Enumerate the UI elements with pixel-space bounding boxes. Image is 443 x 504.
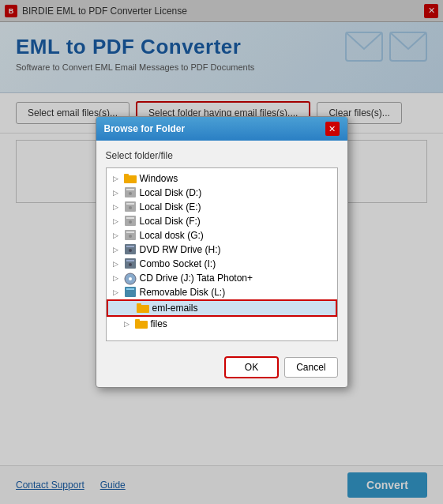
tree-item-dvdDriveH[interactable]: ▷DVD RW Drive (H:) (107, 243, 337, 257)
modal-label: Select folder/file (106, 150, 338, 161)
svg-point-18 (129, 249, 132, 252)
svg-rect-3 (124, 174, 129, 177)
svg-rect-27 (137, 303, 141, 307)
tree-label-files: files (151, 318, 167, 329)
tree-icon-dvdDriveH (124, 244, 137, 255)
modal-title-bar: Browse for Folder ✕ (96, 117, 347, 141)
modal-title-text: Browse for Folder (104, 123, 186, 134)
tree-arrow-localDiskE: ▷ (113, 203, 124, 211)
tree-icon-localDiskE (124, 201, 137, 213)
svg-point-21 (129, 263, 132, 266)
modal-close-button[interactable]: ✕ (325, 122, 340, 136)
tree-icon-files (135, 318, 148, 329)
svg-rect-11 (126, 217, 134, 219)
tree-label-windows: Windows (140, 173, 178, 184)
tree-label-comboI: Combo Socket (I:) (140, 258, 216, 269)
tree-arrow-localDiskD: ▷ (113, 189, 124, 197)
modal-cancel-button[interactable]: Cancel (284, 357, 337, 378)
tree-arrow-cdDriveJ: ▷ (113, 274, 124, 282)
tree-icon-cdDriveJ (124, 273, 137, 284)
tree-arrow-removableL: ▷ (113, 288, 124, 296)
browse-folder-modal: Browse for Folder ✕ Select folder/file ▷… (96, 116, 348, 388)
tree-label-removableL: Removable Disk (L:) (140, 287, 226, 298)
tree-arrow-localDiskF: ▷ (113, 217, 124, 225)
tree-item-localDiskF[interactable]: ▷Local Disk (F:) (107, 214, 337, 228)
tree-arrow-dvdDriveH: ▷ (113, 246, 124, 254)
modal-overlay: Browse for Folder ✕ Select folder/file ▷… (0, 0, 443, 504)
tree-label-localDiskG: Local dosk (G:) (140, 230, 204, 241)
svg-rect-8 (126, 203, 134, 205)
tree-arrow-windows: ▷ (113, 175, 124, 182)
svg-rect-14 (126, 231, 134, 233)
modal-footer: OK Cancel (96, 351, 347, 387)
tree-arrow-comboI: ▷ (113, 260, 124, 268)
svg-point-23 (129, 277, 132, 280)
modal-body: Select folder/file ▷Windows▷Local Disk (… (96, 141, 347, 351)
tree-item-files[interactable]: ▷files (107, 317, 337, 331)
tree-item-emlEmails[interactable]: eml-emails (107, 299, 337, 317)
tree-item-localDiskD[interactable]: ▷Local Disk (D:) (107, 186, 337, 200)
tree-item-windows[interactable]: ▷Windows (107, 171, 337, 186)
tree-label-emlEmails: eml-emails (152, 303, 198, 314)
tree-icon-windows (124, 173, 137, 184)
modal-ok-button[interactable]: OK (225, 357, 278, 378)
svg-rect-5 (126, 189, 134, 190)
svg-rect-20 (126, 260, 134, 261)
tree-item-localDiskE[interactable]: ▷Local Disk (E:) (107, 200, 337, 214)
tree-item-localDiskG[interactable]: ▷Local dosk (G:) (107, 228, 337, 243)
tree-item-comboI[interactable]: ▷Combo Socket (I:) (107, 257, 337, 271)
svg-point-6 (129, 192, 132, 195)
tree-label-localDiskE: Local Disk (E:) (140, 201, 201, 213)
tree-icon-comboI (124, 258, 137, 269)
tree-label-localDiskD: Local Disk (D:) (140, 187, 202, 198)
svg-point-9 (129, 206, 132, 209)
tree-label-dvdDriveH: DVD RW Drive (H:) (140, 244, 221, 255)
folder-tree[interactable]: ▷Windows▷Local Disk (D:)▷Local Disk (E:)… (106, 167, 338, 341)
svg-rect-29 (135, 319, 140, 322)
svg-rect-25 (126, 288, 134, 290)
tree-arrow-localDiskG: ▷ (113, 231, 124, 239)
svg-rect-24 (125, 287, 136, 297)
tree-icon-localDiskF (124, 216, 137, 227)
tree-arrow-files: ▷ (124, 320, 135, 328)
svg-point-15 (129, 235, 132, 238)
tree-item-cdDriveJ[interactable]: ▷CD Drive (J:) Tata Photon+ (107, 271, 337, 285)
tree-item-removableL[interactable]: ▷Removable Disk (L:) (107, 285, 337, 299)
svg-point-12 (129, 220, 132, 224)
tree-label-cdDriveJ: CD Drive (J:) Tata Photon+ (140, 273, 253, 284)
tree-label-localDiskF: Local Disk (F:) (140, 216, 201, 227)
tree-icon-emlEmails (137, 303, 149, 314)
tree-icon-removableL (124, 287, 137, 298)
tree-icon-localDiskG (124, 230, 137, 241)
tree-icon-localDiskD (124, 187, 137, 198)
svg-rect-17 (126, 246, 134, 247)
